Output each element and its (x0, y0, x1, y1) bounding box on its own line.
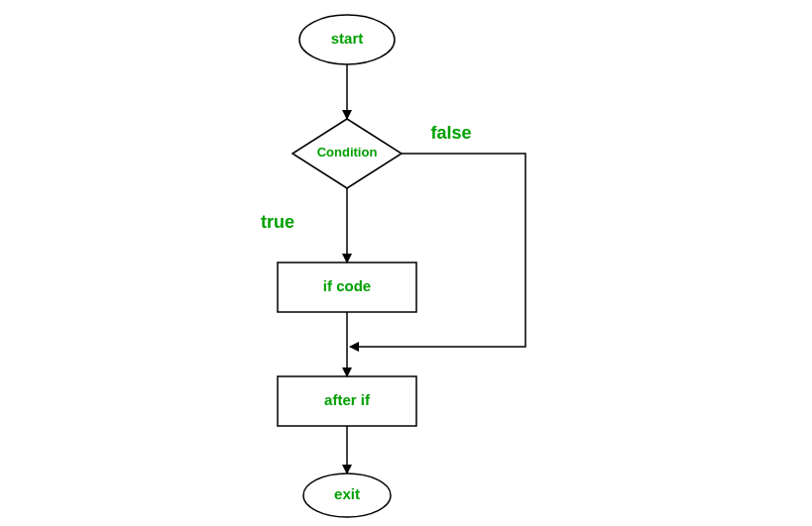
edge-condition-afterif (350, 154, 525, 347)
node-start-label: start (331, 30, 364, 47)
node-condition-label: Condition (317, 145, 378, 159)
edge-label-false: false (430, 123, 471, 143)
edge-label-true: true (261, 212, 294, 232)
node-after-if: after if (278, 376, 416, 426)
flowchart: start Condition if code after if exit tr… (0, 0, 812, 526)
node-after-if-label: after if (324, 391, 371, 408)
node-condition: Condition (292, 119, 402, 188)
node-exit: exit (303, 473, 391, 517)
node-exit-label: exit (334, 485, 360, 502)
node-if-code: if code (278, 263, 416, 312)
node-if-code-label: if code (323, 277, 371, 294)
node-start: start (299, 15, 395, 64)
